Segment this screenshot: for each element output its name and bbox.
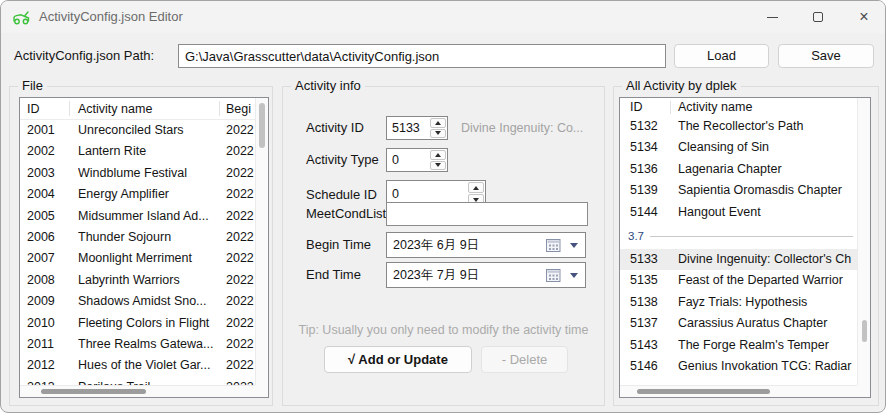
table-row[interactable]: 2002Lantern Rite2022 (20, 141, 255, 162)
maximize-button[interactable] (795, 1, 841, 33)
begin-time-picker[interactable]: 2023年 6月 9日 (386, 232, 586, 258)
table-row[interactable]: 2013Perilous Trail2022 (20, 377, 255, 385)
list-item[interactable]: 5135Feast of the Departed Warrior (620, 270, 859, 291)
row-id: 2003 (27, 163, 55, 184)
row-id: 5132 (630, 116, 658, 137)
column-header-begin[interactable]: Begi (226, 98, 251, 120)
activity-id-stepper[interactable]: 5133 (386, 116, 448, 140)
table-row[interactable]: 2008Labyrinth Warriors2022 (20, 270, 255, 291)
meetcondlist-field[interactable] (386, 202, 588, 226)
table-row[interactable]: 2003Windblume Festival2022 (20, 163, 255, 184)
activity-name-hint: Divine Ingenuity: Co... (461, 116, 583, 140)
column-header-activity-name[interactable]: Activity name (78, 98, 152, 120)
row-begin-time: 2022 (226, 377, 254, 385)
column-separator (69, 101, 70, 116)
row-activity-name: The Forge Realm's Temper (678, 335, 857, 356)
activity-type-stepper[interactable]: 0 (386, 148, 448, 172)
table-row[interactable]: 2007Moonlight Merriment2022 (20, 248, 255, 269)
table-row[interactable]: 2011Three Realms Gatewa...2022 (20, 334, 255, 355)
table-row[interactable]: 2009Shadows Amidst Sno...2022 (20, 291, 255, 312)
close-button[interactable]: × (841, 1, 886, 33)
all-activity-table: ID Activity name 5132The Recollector's P… (619, 97, 871, 398)
row-id: 2008 (27, 270, 55, 291)
save-button[interactable]: Save (778, 44, 874, 68)
table-row[interactable]: 2012Hues of the Violet Gar...2022 (20, 355, 255, 376)
spin-up-button[interactable] (430, 150, 446, 160)
table-row[interactable]: 2006Thunder Sojourn2022 (20, 227, 255, 248)
list-item[interactable]: 5138Fayz Trials: Hypothesis (620, 292, 859, 313)
row-id: 2006 (27, 227, 55, 248)
arrow-up-icon (435, 121, 441, 125)
row-activity-name: Hangout Event (678, 202, 857, 223)
calendar-icon (546, 269, 561, 282)
minimize-icon (767, 17, 778, 18)
row-activity-name: Energy Amplifier (78, 184, 218, 205)
column-separator (670, 101, 671, 114)
column-header-activity-name[interactable]: Activity name (678, 98, 752, 116)
list-item[interactable]: 5146Genius Invokation TCG: Radiar (620, 356, 859, 377)
column-header-id[interactable]: ID (27, 98, 40, 120)
end-time-picker[interactable]: 2023年 7月 9日 (386, 262, 586, 288)
table-row[interactable]: 2010Fleeting Colors in Flight2022 (20, 313, 255, 334)
file-horizontal-scrollbar[interactable] (20, 385, 255, 397)
scrollbar-thumb[interactable] (637, 389, 770, 394)
load-button[interactable]: Load (674, 44, 769, 68)
arrow-up-icon (473, 186, 479, 190)
path-input[interactable] (178, 44, 666, 68)
add-or-update-button[interactable]: √ Add or Update (324, 346, 472, 373)
file-vertical-scrollbar[interactable] (255, 98, 268, 385)
list-item-selected[interactable]: 5133Divine Ingenuity: Collector's Ch (620, 249, 859, 270)
all-activity-group: All Activity by dplek ID Activity name 5… (613, 86, 879, 406)
row-id: 5135 (630, 270, 658, 291)
row-activity-name: Sapientia Oromasdis Chapter (678, 180, 857, 201)
spin-down-button[interactable] (430, 129, 446, 139)
close-icon: × (859, 9, 868, 25)
row-id: 5143 (630, 335, 658, 356)
scrollbar-thumb[interactable] (862, 320, 867, 342)
dropdown-arrow-icon[interactable] (570, 243, 578, 248)
row-id: 5146 (630, 356, 658, 377)
row-id: 2013 (27, 377, 55, 385)
maximize-icon (813, 12, 823, 22)
meetcondlist-label: MeetCondList (306, 202, 386, 226)
all-activity-vertical-scrollbar[interactable] (857, 98, 870, 385)
dropdown-arrow-icon[interactable] (570, 273, 578, 278)
row-activity-name: Perilous Trail (78, 377, 218, 385)
end-time-value: 2023年 7月 9日 (393, 263, 479, 287)
row-activity-name: Shadows Amidst Sno... (78, 291, 218, 312)
table-row[interactable]: 2004Energy Amplifier2022 (20, 184, 255, 205)
minimize-button[interactable] (749, 1, 795, 33)
arrow-down-icon (473, 198, 479, 202)
list-item[interactable]: 5132The Recollector's Path (620, 116, 859, 137)
table-row[interactable]: 2001Unreconciled Stars2022 (20, 120, 255, 141)
version-label: 3.7 (628, 223, 644, 249)
list-item[interactable]: 5139Sapientia Oromasdis Chapter (620, 180, 859, 201)
list-item[interactable]: 5136Lagenaria Chapter (620, 159, 859, 180)
row-begin-time: 2022 (226, 120, 254, 141)
spin-up-button[interactable] (468, 182, 484, 193)
row-activity-name: Labyrinth Warriors (78, 270, 218, 291)
column-header-id[interactable]: ID (630, 98, 643, 116)
row-begin-time: 2022 (226, 141, 254, 162)
scrollbar-thumb[interactable] (259, 103, 265, 148)
delete-button[interactable]: - Delete (481, 346, 568, 373)
list-item[interactable]: 5144Hangout Event (620, 202, 859, 223)
row-activity-name: Fayz Trials: Hypothesis (678, 292, 857, 313)
row-begin-time: 2022 (226, 227, 254, 248)
row-activity-name: Carassius Auratus Chapter (678, 313, 857, 334)
row-id: 2001 (27, 120, 55, 141)
activity-info-title: Activity info (291, 78, 365, 93)
list-item[interactable]: 5137Carassius Auratus Chapter (620, 313, 859, 334)
row-id: 5137 (630, 313, 658, 334)
list-item[interactable]: 5134Cleansing of Sin (620, 137, 859, 158)
row-activity-name: Feast of the Departed Warrior (678, 270, 857, 291)
scrollbar-thumb[interactable] (41, 389, 146, 394)
spin-down-button[interactable] (430, 161, 446, 171)
table-row[interactable]: 2005Midsummer Island Ad...2022 (20, 206, 255, 227)
spin-up-button[interactable] (430, 118, 446, 128)
all-activity-horizontal-scrollbar[interactable] (620, 385, 857, 397)
row-activity-name: Lagenaria Chapter (678, 159, 857, 180)
activity-type-value: 0 (392, 149, 399, 171)
end-time-label: End Time (306, 262, 361, 288)
list-item[interactable]: 5143The Forge Realm's Temper (620, 335, 859, 356)
